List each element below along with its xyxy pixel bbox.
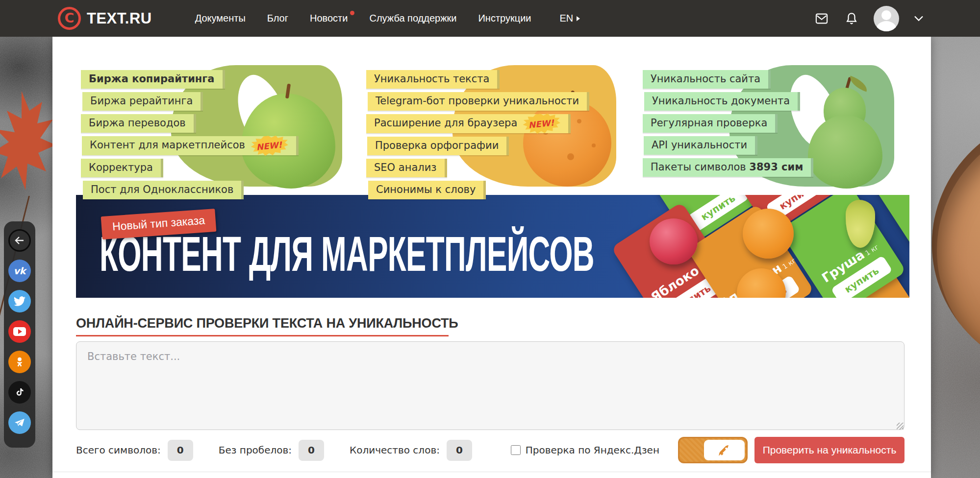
stat-word-count: Количество слов: 0 [350,440,472,461]
menu-item-blog[interactable]: Блог [267,13,288,24]
link-regular-check[interactable]: Регулярная проверка [643,114,778,133]
product-weight: 1 кг [781,256,797,270]
fast-check-toggle[interactable] [678,437,748,463]
stat-label: Количество слов: [350,444,440,456]
text-input[interactable] [76,341,905,430]
stat-value: 0 [447,440,472,461]
page-title: ОНЛАЙН-СЕРВИС ПРОВЕРКИ ТЕКСТА НА УНИКАЛЬ… [76,316,458,331]
navbar-right [814,6,924,31]
site-logo[interactable]: C TEXT.RU [58,7,152,30]
stat-value: 0 [168,440,193,461]
avatar-body [877,21,896,31]
menu-item-instructions[interactable]: Инструкции [478,13,531,24]
rocket-icon [717,443,732,457]
check-uniqueness-button[interactable]: Проверить на уникальность [754,437,905,463]
logo-letter: C [65,11,75,24]
promo-card-tools: Уникальность текста Telegram-бот проверк… [360,65,616,187]
main-menu: Документы Блог Новости Служба поддержки … [195,13,531,24]
orange-photo [743,209,794,259]
youtube-icon[interactable] [8,320,31,343]
link-copywriting-exchange[interactable]: Биржа копирайтинга [81,70,225,89]
avatar-head [881,10,891,20]
play-triangle-icon [18,329,22,334]
link-text-uniqueness[interactable]: Уникальность текста [366,70,500,89]
chevron-right-icon [577,16,580,21]
menu-item-support[interactable]: Служба поддержки [369,13,456,24]
link-label: Расширение для браузера [374,117,517,129]
link-api-uniqueness[interactable]: API уникальности [644,136,757,155]
apple-photo [650,218,698,264]
zen-checkbox[interactable] [511,445,521,455]
coffee-mug-photo [932,112,980,376]
arrow-left-icon [14,235,25,246]
link-symbol-packages[interactable]: Пакеты символов 3893 сим [643,158,813,177]
zen-checkbox-label[interactable]: Проверка по Яндекс.Дзен [526,444,659,456]
link-odnoklassniki-post[interactable]: Пост для Одноклассников [83,181,244,199]
social-sidebar: vk [4,221,35,448]
link-label: Контент для маркетплейсов [90,139,245,151]
notification-dot [350,11,354,15]
link-synonyms[interactable]: Синонимы к слову [368,181,486,199]
promo-links: Биржа копирайтинга Биржа рерайтинга Бирж… [75,65,342,199]
link-translation-exchange[interactable]: Биржа переводов [81,114,196,133]
chevron-down-icon[interactable] [914,15,924,22]
bell-icon[interactable] [844,11,859,26]
menu-item-documents[interactable]: Документы [195,13,246,24]
promo-links: Уникальность сайта Уникальность документ… [637,65,894,177]
marketplace-banner[interactable]: Новый тип заказа КОНТЕНТ ДЛЯ МАРКЕТПЛЕЙС… [76,195,909,298]
link-proofreading[interactable]: Корректура [81,159,163,177]
stats-row: Всего символов: 0 Без пробелов: 0 Количе… [76,436,905,464]
promo-card-site: Уникальность сайта Уникальность документ… [637,65,894,187]
vk-icon[interactable]: vk [8,260,31,282]
collapse-sidebar-button[interactable] [8,229,31,252]
twitter-icon[interactable] [8,290,31,312]
logo-text: TEXT.RU [87,10,152,27]
link-rewriting-exchange[interactable]: Биржа рерайтинга [82,92,203,111]
link-label: Пакеты символов [651,161,746,173]
content-card: Биржа копирайтинга Биржа рерайтинга Бирж… [52,37,931,478]
link-browser-extension[interactable]: Расширение для браузераNEW! [366,114,571,133]
maple-leaf-photo [0,87,57,205]
link-seo-analysis[interactable]: SEO анализ [366,159,447,177]
zen-check-option: Проверка по Яндекс.Дзен [511,444,659,456]
odnoklassniki-icon[interactable] [8,351,31,373]
new-badge: NEW! [521,112,561,136]
stat-label: Без пробелов: [219,444,292,456]
mail-icon[interactable] [814,12,829,25]
link-telegram-bot[interactable]: Telegram-бот проверки уникальности [368,92,589,111]
stat-value: 0 [299,440,324,461]
symbol-balance: 3893 сим [749,161,803,173]
title-underline [76,335,449,336]
telegram-icon[interactable] [8,411,31,434]
avatar[interactable] [874,6,899,31]
promo-card-exchange: Биржа копирайтинга Биржа рерайтинга Бирж… [75,65,342,187]
banner-title: КОНТЕНТ ДЛЯ МАРКЕТПЛЕЙСОВ [100,227,594,280]
stat-no-spaces: Без пробелов: 0 [219,440,324,461]
language-label: EN [560,13,574,24]
stat-total-chars: Всего символов: 0 [76,440,193,461]
link-document-uniqueness[interactable]: Уникальность документа [644,92,800,111]
link-spellcheck[interactable]: Проверка орфографии [367,137,509,155]
promo-links: Уникальность текста Telegram-бот проверк… [360,65,616,199]
page: C TEXT.RU Документы Блог Новости Служба … [0,0,980,478]
top-navbar: C TEXT.RU Документы Блог Новости Служба … [0,0,980,37]
stat-label: Всего символов: [76,444,161,456]
new-badge: NEW! [249,134,289,158]
language-switcher[interactable]: EN [560,13,580,24]
menu-item-news[interactable]: Новости [310,13,348,24]
tiktok-icon[interactable] [8,381,31,404]
link-site-uniqueness[interactable]: Уникальность сайта [643,70,771,89]
youtube-play-box [13,327,26,336]
logo-c-icon: C [58,7,81,30]
section-divider [52,472,931,472]
link-marketplace-content[interactable]: Контент для маркетплейсовNEW! [82,136,299,155]
menu-item-news-label: Новости [310,13,348,24]
toggle-knob[interactable] [704,440,745,460]
